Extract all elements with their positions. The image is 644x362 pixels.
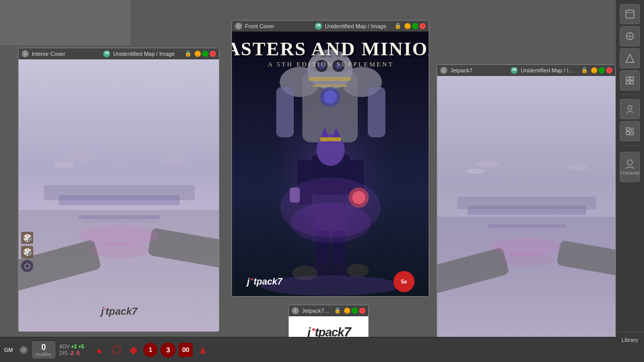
jetpack7-art-svg xyxy=(437,76,616,340)
svg-rect-6 xyxy=(79,215,159,219)
toolbar-btn-4[interactable] xyxy=(620,70,640,90)
adv-dis-box: ADV +2 +5 DIS -2 -5 xyxy=(59,344,84,356)
svg-point-25 xyxy=(324,90,337,104)
library-button[interactable]: Library xyxy=(616,332,644,347)
jp7-logo-minimize-button[interactable]: _ xyxy=(344,308,350,314)
library-label: Library xyxy=(621,337,638,343)
interior-art-svg xyxy=(19,59,219,332)
d20-die[interactable]: 00 xyxy=(179,343,193,357)
toolbar-divider-2 xyxy=(621,145,639,146)
interior-artwork: 🎲 🎲 ⬡ j•tpack7 xyxy=(19,59,219,332)
jp7-maximize-button[interactable]: □ xyxy=(599,67,605,73)
svg-rect-73 xyxy=(626,81,629,84)
jp7-map-label: Unidentified Map / Image xyxy=(521,67,578,73)
svg-point-75 xyxy=(628,106,632,110)
jp7-window-controls: _ □ × xyxy=(591,67,612,73)
toolbar-btn-2[interactable] xyxy=(620,26,640,46)
tool-btn-1[interactable]: 🎲 xyxy=(21,232,33,244)
svg-rect-71 xyxy=(626,77,629,80)
jp7-logo-titlebar[interactable]: i Jetpack7 Logo 🔒 _ □ × xyxy=(289,305,368,316)
maximize-button[interactable]: □ xyxy=(202,51,208,57)
lock-icon: 🔒 xyxy=(185,50,192,57)
adv-row: ADV +2 +5 xyxy=(59,344,84,349)
svg-rect-57 xyxy=(493,229,561,231)
svg-point-13 xyxy=(89,243,149,258)
toolbar-btn-6[interactable] xyxy=(620,121,640,141)
front-minimize-button[interactable]: _ xyxy=(405,23,411,29)
adv-label: ADV xyxy=(59,344,70,349)
svg-point-80 xyxy=(627,160,632,165)
front-window-controls: _ □ × xyxy=(405,23,426,29)
d4-die[interactable]: ⬥ xyxy=(92,343,106,357)
character-button[interactable]: Character xyxy=(620,152,640,182)
masters-art-svg xyxy=(232,32,429,297)
jetpack7-titlebar[interactable]: i Jetpack7 🗺 Unidentified Map / Image 🔒 … xyxy=(437,65,615,76)
d10-die[interactable]: 1 xyxy=(143,343,157,357)
minimize-button[interactable]: _ xyxy=(195,51,201,57)
svg-point-64 xyxy=(21,347,26,352)
svg-rect-29 xyxy=(312,84,348,87)
interior-jetpack-logo: j•tpack7 xyxy=(101,306,137,317)
cover-bottom-bar: j✦tpack7 5e xyxy=(247,271,415,292)
svg-rect-55 xyxy=(467,206,586,215)
svg-point-12 xyxy=(79,225,159,245)
d100-die[interactable]: ▲ xyxy=(196,343,210,357)
svg-point-62 xyxy=(499,253,554,266)
svg-rect-74 xyxy=(630,81,633,84)
jp7-minimize-button[interactable]: _ xyxy=(591,67,597,73)
masters-main-title: Masters and Minions xyxy=(232,39,429,58)
toolbar-divider-1 xyxy=(621,95,639,95)
map-icon: 🗺 xyxy=(103,50,110,57)
front-info-icon[interactable]: i xyxy=(235,23,242,30)
settings-icon[interactable] xyxy=(19,345,28,354)
front-lock-icon: 🔒 xyxy=(394,23,401,29)
front-close-button[interactable]: × xyxy=(420,23,426,29)
d6-die[interactable]: ⬡ xyxy=(109,343,123,357)
dis-val-1: -2 xyxy=(69,350,73,356)
right-toolbar: Character Library xyxy=(616,0,644,362)
jp7-logo-info-icon[interactable]: i xyxy=(292,307,299,314)
jp7-logo-maximize-button[interactable]: □ xyxy=(352,308,358,314)
svg-point-60 xyxy=(568,164,588,170)
cover-jp7-logo: j✦tpack7 xyxy=(247,277,282,287)
jp7-logo-title: Jetpack7 Logo xyxy=(302,308,331,314)
svg-point-48 xyxy=(290,203,371,243)
jetpack7-title: Jetpack7 xyxy=(450,67,508,73)
toolbar-btn-1[interactable] xyxy=(620,4,640,24)
svg-rect-37 xyxy=(320,137,341,141)
svg-rect-27 xyxy=(368,87,385,137)
tool-btn-3[interactable]: ⬡ xyxy=(21,260,33,272)
svg-rect-7 xyxy=(84,220,154,222)
d8-die[interactable]: ◆ xyxy=(126,343,140,357)
svg-point-9 xyxy=(66,153,92,161)
front-maximize-button[interactable]: □ xyxy=(412,23,418,29)
toolbar-btn-3[interactable] xyxy=(620,48,640,68)
adv-val-2: +5 xyxy=(78,344,84,349)
character-label: Character xyxy=(620,170,640,175)
dis-label: DIS xyxy=(59,350,68,356)
masters-title: Masters and Minions A 5th Edition Supple… xyxy=(232,39,429,68)
toolbar-btn-5[interactable] xyxy=(620,99,640,119)
close-button[interactable]: × xyxy=(210,51,216,57)
d12-die[interactable]: 3 xyxy=(160,342,176,357)
front-cover-titlebar[interactable]: i Front Cover 🗺 Unidentified Map / Image… xyxy=(232,21,429,32)
svg-point-58 xyxy=(476,160,499,167)
canvas-area: i Interior Cover 🗺 Unidentified Map / Im… xyxy=(0,0,616,352)
tool-btn-2[interactable]: 🎲 xyxy=(21,246,33,258)
jp7-logo-window-controls: _ □ × xyxy=(344,308,365,314)
interior-cover-window[interactable]: i Interior Cover 🗺 Unidentified Map / Im… xyxy=(18,48,219,332)
interior-cover-titlebar[interactable]: i Interior Cover 🗺 Unidentified Map / Im… xyxy=(19,48,219,59)
jp7-info-icon[interactable]: i xyxy=(440,67,447,74)
side-tools[interactable]: 🎲 🎲 ⬡ xyxy=(21,232,33,272)
jetpack7-window[interactable]: i Jetpack7 🗺 Unidentified Map / Image 🔒 … xyxy=(437,64,616,340)
front-cover-window[interactable]: i Front Cover 🗺 Unidentified Map / Image… xyxy=(231,20,429,297)
front-cover-title: Front Cover xyxy=(245,23,312,29)
info-icon[interactable]: i xyxy=(22,50,29,57)
svg-rect-56 xyxy=(488,224,566,228)
svg-point-11 xyxy=(164,156,186,163)
masters-subtitle: A 5th Edition Supplement xyxy=(232,60,429,68)
svg-rect-76 xyxy=(626,128,629,131)
interior-map-label: Unidentified Map / Image xyxy=(113,51,182,57)
jp7-close-button[interactable]: × xyxy=(606,67,612,73)
jp7-logo-close-button[interactable]: × xyxy=(359,308,365,314)
